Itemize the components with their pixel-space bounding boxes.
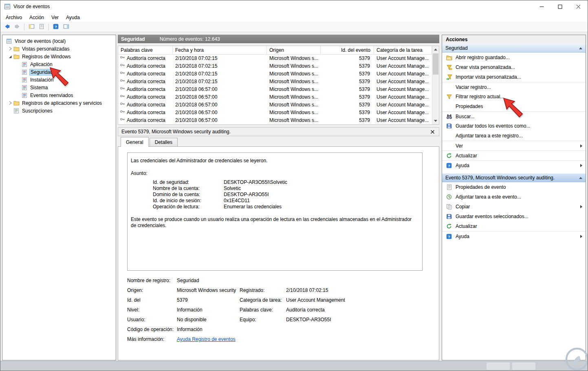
forward-button[interactable] (13, 23, 22, 31)
folder-icon (13, 100, 20, 106)
scrollbar-thumb[interactable] (433, 53, 438, 75)
event-row[interactable]: Auditoría correcta 2/10/2018 07:02:15 Mi… (118, 78, 439, 86)
subscriptions-icon (13, 108, 20, 114)
export-list-button[interactable] (37, 23, 46, 31)
tree-item-suscripciones[interactable]: Suscripciones (2, 107, 116, 115)
event-row[interactable]: Auditoría correcta 2/10/2018 06:57:00 Mi… (118, 86, 439, 93)
help-button[interactable]: ? (51, 23, 60, 31)
column-header-categoria[interactable]: Categoría de la tarea (374, 46, 432, 54)
tree-item-label: Visor de eventos (local) (15, 38, 66, 44)
chevron-expanded-icon[interactable] (7, 55, 13, 59)
action-guardar-eventos-seleccionados[interactable]: Guardar eventos seleccionados... (442, 212, 586, 221)
event-log-icon (21, 69, 28, 75)
export-list-icon (39, 24, 45, 31)
folder-icon (13, 54, 20, 59)
folder-icon (13, 46, 20, 51)
actions-panel: Acciones Seguridad Abrir registro guarda… (442, 35, 586, 360)
log-event-count: Número de eventos: 12.643 (160, 36, 220, 42)
column-header-origen[interactable]: Origen (267, 46, 321, 54)
tree-item-registros-aplicaciones-servicios[interactable]: Registros de aplicaciones y servicios (2, 99, 116, 107)
taskbar-strip (0, 361, 588, 371)
event-note: Este evento se produce cuando un usuario… (131, 216, 412, 229)
event-row[interactable]: Auditoría correcta 2/10/2018 06:57:00 Mi… (118, 117, 439, 124)
save-icon (446, 214, 452, 219)
minimize-button[interactable] (533, 0, 551, 13)
action-actualizar[interactable]: Actualizar (442, 150, 586, 160)
chevron-collapsed-icon[interactable] (7, 46, 13, 51)
action-actualizar-evento[interactable]: Actualizar (442, 221, 586, 231)
event-properties-icon (446, 184, 452, 190)
event-row[interactable]: Auditoría correcta 2/10/2018 07:02:15 Mi… (118, 62, 439, 70)
action-importar-vista-personalizada[interactable]: Importar vista personalizada... (442, 72, 586, 82)
collapse-arrow-icon[interactable] (579, 177, 582, 179)
audit-success-key-icon (120, 117, 125, 124)
action-ayuda-evento[interactable]: ? Ayuda (442, 231, 586, 241)
taskbar-item[interactable] (512, 362, 535, 370)
column-header-fecha-y-hora[interactable]: Fecha y hora (173, 46, 267, 54)
tab-detalles[interactable]: Detalles (150, 138, 178, 147)
preview-pane: Evento 5379, Microsoft Windows security … (118, 127, 439, 360)
event-row[interactable]: Auditoría correcta 2/10/2018 06:57:00 Mi… (118, 109, 439, 117)
action-ver[interactable]: Ver (442, 141, 586, 150)
vertical-scrollbar[interactable] (432, 46, 439, 124)
menu-ayuda[interactable]: Ayuda (62, 13, 84, 22)
help-icon: ? (446, 234, 452, 239)
back-button[interactable] (2, 23, 11, 31)
tree-item-registros-de-windows[interactable]: Registros de Windows (2, 53, 116, 60)
tree-item-root[interactable]: Visor de eventos (local) (2, 37, 116, 45)
actions-section-header-seguridad[interactable]: Seguridad (442, 44, 586, 53)
scroll-down-icon[interactable] (432, 117, 439, 124)
toolbar-separator (48, 24, 49, 31)
tree-item-label: Suscripciones (22, 108, 53, 114)
refresh-icon (446, 223, 452, 229)
action-adjuntar-tarea-evento[interactable]: Adjuntar tarea a este evento... (442, 192, 586, 202)
column-header-id-del-evento[interactable]: Id. del evento (321, 46, 374, 54)
subject-heading: Asunto: (131, 170, 418, 177)
annotation-arrow-seguridad (48, 67, 71, 86)
event-row[interactable]: Auditoría correcta 2/10/2018 06:57:00 Mi… (118, 101, 439, 109)
tree-item-label: Registros de Windows (22, 54, 70, 60)
event-log-help-link[interactable]: Ayuda Registro de eventos (177, 336, 236, 343)
help-icon: ? (53, 24, 59, 31)
event-row[interactable]: Auditoría correcta 2/10/2018 06:57:00 Mi… (118, 93, 439, 101)
help-icon: ? (446, 163, 452, 168)
action-propiedades-de-evento[interactable]: Propiedades de evento (442, 182, 586, 192)
taskbar-item[interactable] (487, 362, 510, 370)
action-copiar[interactable]: Copiar (442, 202, 586, 212)
event-log-icon (21, 93, 28, 98)
action-abrir-registro-guardado[interactable]: Abrir registro guardado... (442, 53, 586, 62)
menu-ver[interactable]: Ver (48, 13, 62, 22)
window-title: Visor de eventos (13, 4, 50, 9)
action-vaciar-registro[interactable]: Vaciar registro... (442, 82, 586, 92)
event-row[interactable]: Auditoría correcta 2/10/2018 07:02:15 Mi… (118, 55, 439, 62)
collapse-arrow-icon[interactable] (579, 47, 582, 49)
chevron-collapsed-icon[interactable] (7, 101, 13, 105)
tab-general[interactable]: General (121, 137, 149, 147)
action-ayuda[interactable]: ? Ayuda (442, 160, 586, 170)
action-crear-vista-personalizada[interactable]: Crear vista personalizada... (442, 62, 586, 72)
console-tree-toggle-icon (29, 24, 35, 31)
maximize-button[interactable] (551, 0, 569, 13)
scroll-up-icon[interactable] (432, 46, 439, 53)
menubar: Archivo Acción Ver Ayuda (0, 13, 588, 22)
actions-section-header-evento-5379[interactable]: Evento 5379, Microsoft Windows security … (442, 173, 586, 182)
column-header-palabras-clave[interactable]: Palabras clave (118, 46, 173, 54)
action-pane-toggle-button[interactable] (62, 23, 70, 31)
menu-accion[interactable]: Acción (26, 13, 48, 22)
action-adjuntar-tarea-registro[interactable]: Adjuntar tarea a este registro... (442, 131, 586, 141)
audit-success-key-icon (120, 55, 125, 62)
tree-item-eventos-reenviados[interactable]: Eventos reenviados (2, 91, 116, 99)
event-row[interactable]: Auditoría correcta 2/10/2018 07:02:15 Mi… (118, 70, 439, 78)
action-guardar-todos-los-eventos[interactable]: Guardar todos los eventos como... (442, 121, 586, 131)
menu-archivo[interactable]: Archivo (2, 13, 26, 22)
tree-item-label: Eventos reenviados (30, 93, 73, 98)
solvetic-watermark-logo (563, 345, 588, 371)
close-preview-icon[interactable] (429, 128, 436, 135)
detail-body: Las credenciales del Administrador de cr… (118, 146, 439, 360)
import-custom-view-icon (446, 74, 452, 80)
close-button[interactable] (569, 0, 588, 13)
console-tree-toggle-button[interactable] (27, 23, 36, 31)
filter-icon (446, 94, 452, 100)
open-saved-log-icon (446, 55, 452, 60)
tree-item-vistas-personalizadas[interactable]: Vistas personalizadas (2, 45, 116, 53)
